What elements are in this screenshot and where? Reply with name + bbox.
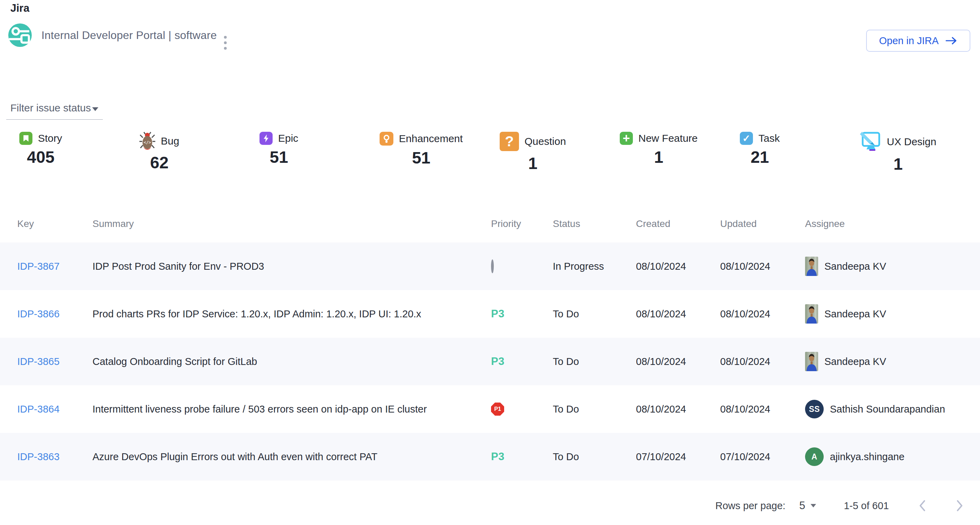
issue-key-link[interactable]: IDP-3866 — [17, 308, 60, 319]
ux-design-icon — [860, 132, 881, 152]
column-header-summary: Summary — [92, 218, 491, 229]
filter-issue-status-select[interactable]: Filter issue status — [6, 102, 103, 120]
priority-p1-badge: P1 — [491, 403, 504, 416]
column-header-status: Status — [553, 218, 636, 229]
table-row: IDP-3867 IDP Post Prod Sanity for Env - … — [0, 243, 980, 290]
priority-p3-badge: P3 — [491, 355, 504, 367]
svg-text:</>: </> — [143, 140, 151, 145]
summary-cell: IDP Post Prod Sanity for Env - PROD3 — [92, 261, 491, 272]
assignee-name: Sandeepa KV — [824, 356, 886, 367]
issue-type-stat: </> ? + ✓ Ne — [620, 132, 698, 173]
assignee-name: Sandeepa KV — [824, 261, 886, 272]
app-name: Internal Developer Portal | software — [41, 29, 217, 42]
updated-cell: 07/10/2024 — [720, 451, 805, 463]
assignee-avatar-photo — [805, 257, 818, 276]
priority-cell: P1 — [491, 403, 553, 416]
page-title: Jira — [10, 2, 29, 14]
column-header-created: Created — [636, 218, 720, 229]
issue-type-count: 21 — [751, 149, 769, 166]
assignee-avatar-initials: A — [805, 447, 824, 466]
open-in-jira-button[interactable]: Open in JIRA — [866, 30, 970, 52]
summary-cell: Prod charts PRs for IDP Service: 1.20.x,… — [92, 308, 491, 320]
issue-type-stat: </> ? + ✓ Ep — [259, 132, 298, 173]
pagination: Rows per page: 5 1-5 of 601 — [715, 500, 963, 512]
issue-type-count: 1 — [654, 149, 663, 166]
column-header-priority: Priority — [491, 218, 553, 229]
assignee-cell: SS Sathish Soundarapandian — [805, 400, 980, 419]
issue-type-label: New Feature — [638, 132, 698, 144]
assignee-avatar-photo — [805, 352, 818, 371]
issue-key-link[interactable]: IDP-3863 — [17, 451, 60, 462]
assignee-cell: A ajinkya.shingane — [805, 447, 980, 466]
previous-page-button[interactable] — [919, 500, 926, 512]
issue-type-count: 405 — [27, 149, 54, 166]
enhancement-icon — [380, 132, 393, 146]
created-cell: 08/10/2024 — [636, 261, 720, 272]
priority-cell: P3 — [491, 308, 553, 320]
issue-type-label: Enhancement — [399, 133, 463, 144]
created-cell: 08/10/2024 — [636, 308, 720, 320]
new-feature-icon: + — [620, 132, 633, 145]
assignee-name: Sandeepa KV — [824, 308, 886, 320]
rows-per-page-select[interactable]: 5 — [799, 500, 816, 512]
issue-type-count: 1 — [893, 156, 903, 173]
status-cell: To Do — [553, 356, 636, 367]
issue-type-stat: </> ? + ✓ St — [19, 132, 62, 173]
kebab-menu-icon[interactable] — [223, 35, 228, 51]
key-cell: IDP-3867 — [17, 261, 92, 272]
status-cell: To Do — [553, 308, 636, 320]
priority-p3-badge: P3 — [491, 308, 504, 320]
created-cell: 07/10/2024 — [636, 451, 720, 463]
column-header-key: Key — [17, 218, 92, 229]
column-header-updated: Updated — [720, 218, 805, 229]
task-icon: ✓ — [740, 132, 753, 145]
created-cell: 08/10/2024 — [636, 404, 720, 415]
issue-type-count: 51 — [412, 150, 430, 166]
rows-per-page-label: Rows per page: — [715, 500, 785, 512]
issue-type-stat: </> ? + ✓ Bu — [139, 132, 179, 173]
issue-type-label: Epic — [278, 132, 298, 144]
filter-issue-status-label: Filter issue status — [10, 102, 99, 114]
issue-key-link[interactable]: IDP-3865 — [17, 356, 60, 367]
updated-cell: 08/10/2024 — [720, 356, 805, 367]
issue-type-label: Question — [525, 136, 566, 147]
issue-type-label: UX Design — [887, 136, 936, 148]
assignee-cell: Sandeepa KV — [805, 257, 980, 276]
column-header-assignee: Assignee — [805, 218, 980, 229]
key-cell: IDP-3864 — [17, 404, 92, 415]
bug-icon: </> — [139, 132, 155, 151]
question-icon: ? — [500, 132, 519, 151]
table-header-row: Key Summary Priority Status Created Upda… — [0, 205, 980, 243]
status-cell: To Do — [553, 451, 636, 463]
arrow-right-icon — [945, 36, 957, 45]
summary-cell: Catalog Onboarding Script for GitLab — [92, 356, 491, 367]
assignee-cell: Sandeepa KV — [805, 352, 980, 371]
open-in-jira-label: Open in JIRA — [879, 35, 939, 46]
priority-none-icon — [491, 259, 494, 273]
assignee-avatar-photo — [805, 304, 818, 324]
issue-type-stat: </> ? + ✓ UX — [860, 132, 936, 173]
issue-type-label: Story — [38, 132, 62, 144]
key-cell: IDP-3866 — [17, 308, 92, 320]
table-row: IDP-3864 Intermittent liveness probe fai… — [0, 385, 980, 433]
issue-type-label: Task — [759, 132, 780, 144]
priority-cell: P3 — [491, 355, 553, 368]
issue-key-link[interactable]: IDP-3864 — [17, 404, 60, 415]
issue-key-link[interactable]: IDP-3867 — [17, 261, 60, 272]
issue-type-count: 1 — [528, 155, 538, 172]
issue-type-stats: </> ? + ✓ St — [0, 132, 980, 173]
jira-plugin-page: Jira Internal Developer Portal | softwar… — [0, 0, 980, 525]
created-cell: 08/10/2024 — [636, 356, 720, 367]
story-icon — [19, 132, 32, 145]
key-cell: IDP-3863 — [17, 451, 92, 463]
table-row: IDP-3865 Catalog Onboarding Script for G… — [0, 338, 980, 385]
assignee-avatar-initials: SS — [805, 400, 824, 419]
priority-cell — [491, 261, 553, 272]
assignee-cell: Sandeepa KV — [805, 304, 980, 324]
issue-type-count: 62 — [150, 154, 169, 171]
summary-cell: Azure DevOps Plugin Errors out with Auth… — [92, 451, 491, 463]
issue-type-count: 51 — [269, 149, 288, 166]
key-cell: IDP-3865 — [17, 356, 92, 367]
next-page-button[interactable] — [956, 500, 963, 512]
status-cell: To Do — [553, 404, 636, 415]
